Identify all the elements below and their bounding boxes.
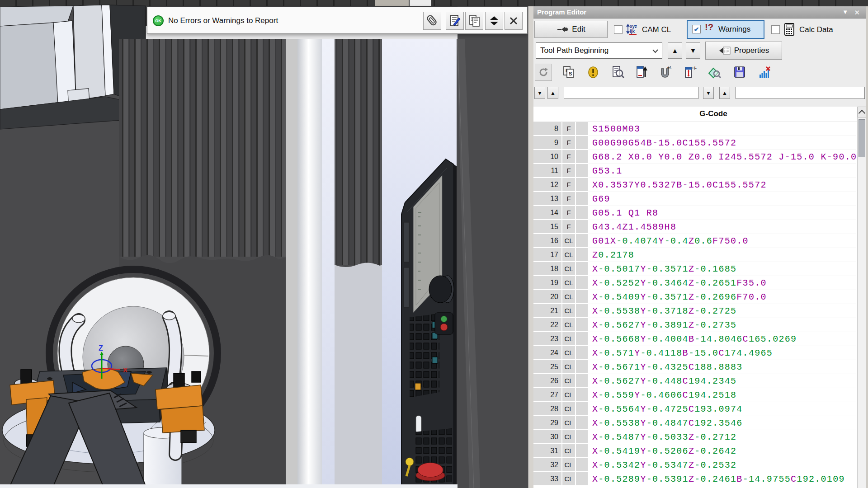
save-icon (732, 65, 747, 80)
line-type-cell: CL (562, 360, 575, 373)
inspect-button[interactable] (705, 63, 723, 81)
gcode-row[interactable]: 21CLX-0.5538Y-0.3718Z-0.2725 (533, 304, 857, 318)
line-number-cell: 31 (533, 444, 561, 457)
gcode-block-combobox[interactable]: Tool Path Beginning (536, 42, 662, 59)
block-up-button[interactable]: ▲ (668, 42, 682, 59)
warning-report-button[interactable] (584, 63, 602, 81)
gcode-text: G01X-0.4074Y-0.4Z0.6F750.0 (589, 234, 856, 248)
line-spacer-cell (576, 164, 588, 177)
refresh-button[interactable] (534, 63, 552, 81)
gcode-row[interactable]: 26CLX-0.5627Y-0.448C194.2345 (533, 374, 857, 388)
warnings-icon: !? (705, 22, 713, 33)
warnings-toggle-group[interactable]: ✔ !? Warnings (687, 20, 764, 39)
search-next-button-2[interactable]: ▲ (719, 87, 730, 99)
search-prev-button-1[interactable]: ▼ (534, 87, 545, 99)
gcode-row[interactable]: 31CLX-0.5419Y-0.5206Z-0.2642 (533, 444, 857, 458)
gcode-scrollbar[interactable] (857, 107, 866, 488)
program-plus-minus-button[interactable]: +/- (681, 63, 699, 81)
gcode-row[interactable]: 19CLX-0.5252Y-0.3464Z-0.2651F35.0 (533, 276, 857, 290)
gcode-row[interactable]: 9FG00G90G54B-15.0C155.5572 (533, 136, 857, 150)
calc-data-label[interactable]: Calc Data (799, 25, 833, 34)
line-type-cell: CL (562, 248, 575, 261)
cam-cl-checkbox[interactable] (614, 25, 623, 34)
line-type-cell: CL (562, 276, 575, 289)
gcode-row[interactable]: 25CLX-0.5671Y-0.4325C188.8883 (533, 360, 857, 374)
tool-use-plus-minus-button[interactable]: +/- (656, 63, 675, 81)
gcode-row[interactable]: 11FG53.1 (533, 164, 857, 178)
search-input-2[interactable] (736, 87, 865, 99)
line-spacer-cell (576, 192, 588, 205)
gcode-row[interactable]: 29CLX-0.5538Y-0.4847C192.3546 (533, 416, 857, 430)
panel-side-key (404, 267, 409, 307)
save-button[interactable] (731, 63, 749, 81)
line-type-cell: F (562, 178, 575, 191)
jog-knob (429, 276, 452, 303)
line-spacer-cell (576, 248, 588, 261)
floor-strip (0, 484, 458, 488)
line-number-cell: 32 (533, 458, 561, 471)
attach-button[interactable] (423, 12, 441, 30)
machine-column (297, 39, 322, 488)
gcode-row[interactable]: 15FG43.4Z1.4589H8 (533, 220, 857, 234)
gcode-row[interactable]: 30CLX-0.5487Y-0.5033Z-0.2712 (533, 430, 857, 444)
gcode-text: X-0.5487Y-0.5033Z-0.2712 (589, 430, 856, 444)
close-message-button[interactable] (505, 12, 523, 30)
line-number-cell: 29 (533, 416, 561, 429)
gcode-row[interactable]: 8FS1500M03 (533, 122, 857, 136)
properties-button[interactable]: Properties (705, 42, 782, 60)
gcode-row[interactable]: 27CLX-0.559Y-0.4606C194.2518 (533, 388, 857, 402)
search-prev-button-2[interactable]: ▼ (703, 87, 714, 99)
goto-line-icon (634, 65, 650, 80)
goto-line-button[interactable] (633, 63, 651, 81)
search-program-button[interactable] (609, 63, 627, 81)
gcode-row[interactable]: 24CLX-0.571Y-0.4118B-15.0C174.4965 (533, 346, 857, 360)
svg-text:xyz: xyz (630, 24, 637, 29)
block-down-button[interactable]: ▼ (686, 42, 700, 59)
gcode-row[interactable]: 33CLX-0.5289Y-0.5391Z-0.2461B-14.9755C19… (533, 472, 857, 486)
cam-cl-label[interactable]: CAM CL (642, 25, 671, 34)
gcode-row[interactable]: 10FG68.2 X0.0 Y0.0 Z0.0 I245.5572 J-15.0… (533, 150, 857, 164)
collapse-button[interactable] (485, 12, 503, 30)
panel-close-button[interactable]: ✕ (854, 9, 860, 17)
line-spacer-cell (576, 360, 588, 373)
line-type-cell: CL (562, 374, 575, 387)
gcode-row[interactable]: 13FG69 (533, 192, 857, 206)
search-next-button-1[interactable]: ▲ (547, 87, 558, 99)
line-spacer-cell (576, 206, 588, 219)
line-spacer-cell (576, 374, 588, 387)
copy-button[interactable] (465, 12, 483, 30)
calc-data-checkbox[interactable] (771, 25, 780, 34)
search-input-1[interactable] (564, 87, 698, 99)
gcode-row[interactable]: 32CLX-0.5342Y-0.5347Z-0.2532 (533, 458, 857, 472)
edit-report-button[interactable] (446, 12, 464, 30)
scrollbar-thumb[interactable] (859, 119, 865, 157)
feeds-speeds-button[interactable]: FS (560, 63, 578, 81)
gcode-header-label: G-Code (570, 109, 857, 118)
gcode-text: G53.1 (589, 164, 856, 178)
gcode-rows: 8FS1500M039FG00G90G54B-15.0C155.557210FG… (533, 122, 857, 486)
scrollbar-up-button[interactable] (858, 107, 866, 117)
gcode-row[interactable]: 14FG05.1 Q1 R8 (533, 206, 857, 220)
chevron-down-icon (652, 49, 658, 53)
gcode-row[interactable]: 28CLX-0.5564Y-0.4725C193.0974 (533, 402, 857, 416)
gcode-row[interactable]: 12FX0.3537Y0.5327B-15.0C155.5572 (533, 178, 857, 192)
machine-3d-view[interactable]: Z X (0, 0, 532, 488)
panel-title-bar[interactable]: Program Editor ▼ ✕ (533, 6, 866, 19)
yellow-key (406, 458, 414, 466)
panel-collapse-button[interactable]: ▼ (842, 9, 848, 15)
panel-splitter[interactable] (528, 6, 533, 488)
gcode-row[interactable]: 23CLX-0.5668Y-0.4004B-14.8046C165.0269 (533, 332, 857, 346)
gcode-text: X-0.5289Y-0.5391Z-0.2461B-14.9755C192.01… (589, 472, 856, 486)
gcode-row[interactable]: 16CLG01X-0.4074Y-0.4Z0.6F750.0 (533, 234, 857, 248)
gcode-text: X-0.5342Y-0.5347Z-0.2532 (589, 458, 856, 472)
line-spacer-cell (576, 458, 588, 471)
edit-button[interactable]: Edit (534, 21, 608, 38)
statistics-button[interactable] (755, 63, 773, 81)
gcode-row[interactable]: 18CLX-0.5017Y-0.3571Z-0.1685 (533, 262, 857, 276)
refresh-icon (535, 64, 552, 81)
gcode-row[interactable]: 17CLZ0.2178 (533, 248, 857, 262)
gcode-row[interactable]: 20CLX-0.5409Y-0.3571Z-0.2696F70.0 (533, 290, 857, 304)
warnings-checkbox[interactable]: ✔ (692, 25, 701, 33)
line-spacer-cell (576, 122, 588, 135)
gcode-row[interactable]: 22CLX-0.5627Y-0.3891Z-0.2735 (533, 318, 857, 332)
